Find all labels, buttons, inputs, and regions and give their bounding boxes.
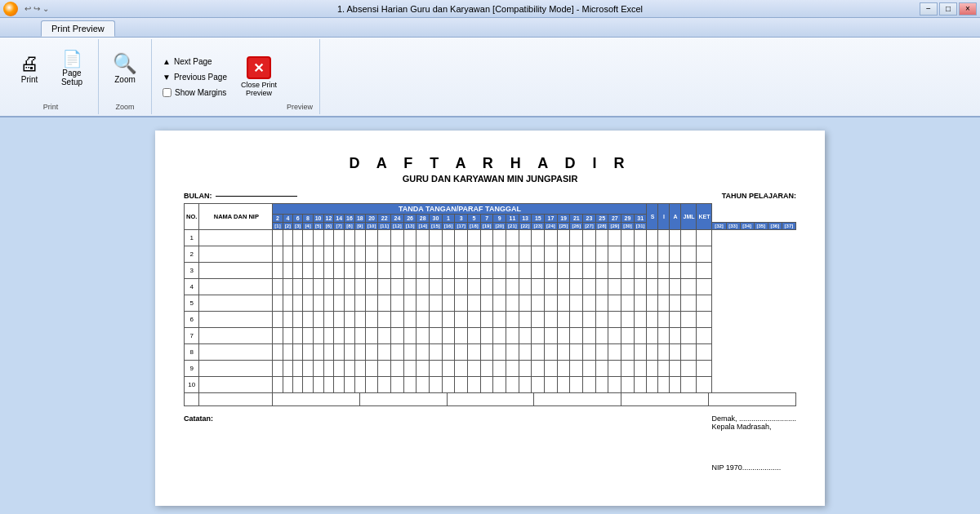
close-print-label: Close Print Preview [241,81,277,97]
date-cell [354,263,365,279]
date-cell [391,246,404,263]
date-cell [621,328,635,344]
date-cell [273,328,283,344]
empty-row-jml [621,393,709,406]
date-cell [468,295,481,312]
date-cell [608,312,621,328]
summary-jml [681,246,697,263]
date-cell [532,328,545,344]
date-cell [545,361,558,377]
footer-section: Catatan: Demak, ........................… [184,414,796,472]
row-number: 8 [185,344,199,361]
date-cell [519,279,532,295]
date-cell [303,344,313,361]
zoom-group-label: Zoom [115,100,134,111]
row-name [199,328,273,344]
date-cell [354,344,365,361]
date-cell [506,377,519,393]
row-number: 5 [185,295,199,312]
date-cell [403,361,416,377]
date-cell [334,312,345,328]
date-cell [468,312,481,328]
close-print-preview-button[interactable]: ✕ Close Print Preview [238,51,280,103]
row-name [199,361,273,377]
date-cell [323,361,334,377]
date-cell [595,263,608,279]
date-cell [378,279,391,295]
summary-ket [697,312,712,328]
date-cell [608,279,621,295]
restore-button[interactable]: □ [939,2,957,16]
date-cell [365,230,378,246]
attendance-table: NO. NAMA DAN NIP TANDA TANGAN/PARAF TANG… [184,203,796,393]
col-num-13: [13] [403,223,416,230]
table-row: 7 [185,328,796,344]
date-cell [480,328,493,344]
close-button[interactable]: × [959,2,977,16]
page-setup-icon: 📄 [62,51,82,67]
date-10: 10 [313,215,323,223]
kepala-text: Kepala Madrasah, [711,423,796,431]
previous-page-button[interactable]: ▼ Previous Page [158,70,231,84]
date-cell [532,246,545,263]
date-cell [455,295,468,312]
date-1: 1 [442,215,455,223]
tab-print-preview[interactable]: Print Preview [41,20,115,37]
date-cell [468,377,481,393]
date-cell [595,328,608,344]
date-cell [365,279,378,295]
date-cell [365,263,378,279]
summary-s [647,377,658,393]
date-cell [506,312,519,328]
print-button[interactable]: 🖨 Print [10,42,49,95]
date-cell [570,295,583,312]
col-num-22: [22] [519,223,532,230]
summary-jml [681,263,697,279]
summary-ket [697,295,712,312]
next-page-icon: ▲ [163,57,171,66]
col-num-27: [27] [583,223,596,230]
empty-row-ket [709,393,796,406]
date-cell [480,279,493,295]
date-cell [293,361,303,377]
date-cell [430,377,443,393]
date-cell [403,230,416,246]
date-cell [354,279,365,295]
col-num-11: [11] [378,223,391,230]
date-cell [430,263,443,279]
date-cell [403,246,416,263]
date-cell [608,361,621,377]
date-cell [608,230,621,246]
date-cell [283,295,292,312]
date-cell [570,279,583,295]
next-page-button[interactable]: ▲ Next Page [158,55,231,69]
row-name [199,377,273,393]
date-cell [455,377,468,393]
table-row: 4 [185,279,796,295]
date-cell [365,328,378,344]
show-margins-button[interactable]: Show Margins [158,86,231,100]
show-margins-checkbox[interactable] [163,88,172,97]
office-logo [3,2,18,16]
date-cell [442,377,455,393]
zoom-button[interactable]: 🔍 Zoom [105,42,145,95]
date-cell [621,246,635,263]
date-cell [595,312,608,328]
page-setup-button[interactable]: 📄 Page Setup [52,42,91,95]
summary-s [647,263,658,279]
date-cell [480,246,493,263]
date-cell [493,279,506,295]
minimize-button[interactable]: − [920,2,938,16]
date-cell [283,279,292,295]
date-cell [391,279,404,295]
col-num-9: [9] [354,223,365,230]
date-cell [378,361,391,377]
date-cell [493,312,506,328]
date-cell [378,312,391,328]
date-cell [493,377,506,393]
summary-i [658,312,670,328]
col-num-34: [34] [740,223,754,230]
date-cell [323,344,334,361]
date-cell [608,328,621,344]
summary-jml [681,344,697,361]
